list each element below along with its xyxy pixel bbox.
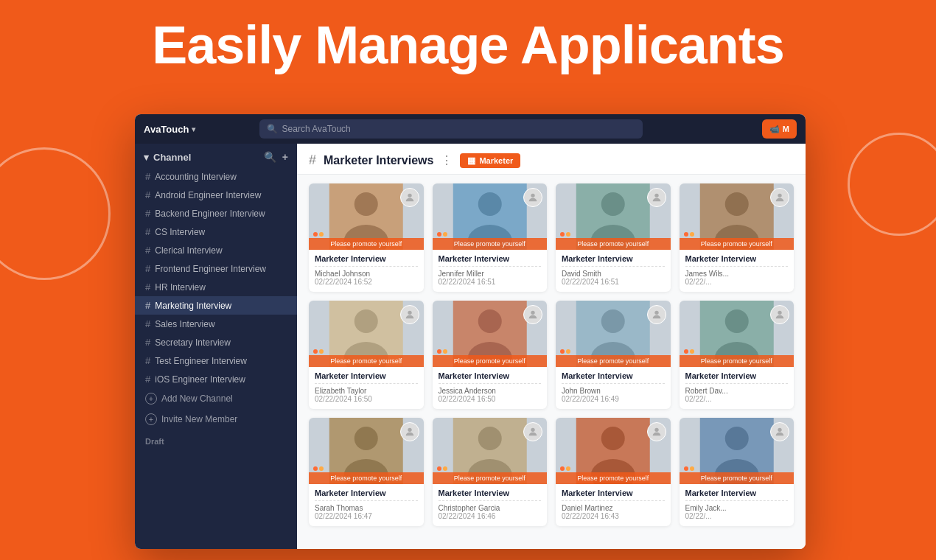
svg-point-11	[654, 194, 658, 197]
hash-icon: #	[145, 300, 150, 311]
video-name: Jessica Anderson	[439, 387, 542, 395]
video-name: Daniel Martinez	[562, 504, 665, 512]
svg-point-7	[531, 194, 534, 197]
dot-1	[313, 349, 318, 354]
video-card[interactable]: Please promote yourself Marketer Intervi…	[309, 183, 424, 292]
svg-point-45	[724, 427, 748, 450]
dots-indicator	[684, 349, 694, 354]
promote-banner: Please promote yourself	[309, 472, 424, 484]
video-date: 02/22/2024 16:43	[562, 512, 665, 520]
video-card[interactable]: Please promote yourself Marketer Intervi…	[680, 418, 794, 526]
sidebar-item-accounting[interactable]: # Accounting Interview	[135, 167, 297, 186]
video-date: 02/22/2024 16:49	[562, 395, 665, 403]
add-channel-action[interactable]: + Add New Channel	[135, 388, 297, 409]
video-name: Christopher Garcia	[439, 504, 542, 512]
add-channel-icon[interactable]: +	[282, 151, 288, 163]
dots-indicator	[313, 232, 324, 237]
promote-banner: Please promote yourself	[556, 238, 671, 250]
sidebar-item-label: Frontend Engineer Interview	[155, 264, 266, 274]
video-title: Marketer Interview	[315, 254, 418, 263]
video-card[interactable]: Please promote yourself Marketer Intervi…	[433, 418, 548, 526]
svg-point-43	[654, 428, 658, 432]
dot-1	[684, 232, 688, 237]
svg-point-31	[778, 311, 781, 315]
video-title: Marketer Interview	[562, 489, 665, 497]
sidebar-item-android[interactable]: # Android Engineer Interview	[135, 186, 297, 204]
video-info: Marketer Interview Robert Dav... 02/22/.…	[680, 367, 794, 409]
avatar-overlay	[400, 422, 419, 441]
dots-indicator	[437, 466, 447, 471]
add-channel-label: Add New Channel	[161, 393, 233, 404]
svg-point-23	[531, 311, 534, 315]
svg-point-33	[355, 427, 378, 450]
video-date: 02/22/...	[685, 395, 789, 403]
sidebar-item-cs[interactable]: # CS Interview	[135, 223, 297, 241]
sidebar-item-clerical[interactable]: # Clerical Interview	[135, 241, 297, 259]
search-icon: 🔍	[267, 124, 278, 134]
sidebar-item-ios[interactable]: # iOS Engineer Interview	[135, 370, 297, 388]
video-divider	[685, 266, 789, 267]
hash-icon: #	[145, 281, 150, 293]
video-card[interactable]: Please promote yourself Marketer Intervi…	[433, 183, 548, 292]
sidebar-item-secretary[interactable]: # Secretary Interview	[135, 333, 297, 351]
promote-banner: Please promote yourself	[433, 238, 548, 250]
hash-icon: #	[145, 171, 150, 182]
logo-chevron: ▾	[192, 125, 195, 133]
video-grid: Please promote yourself Marketer Intervi…	[297, 175, 806, 535]
video-card[interactable]: Please promote yourself Marketer Intervi…	[556, 183, 671, 292]
video-divider	[685, 500, 789, 501]
video-card[interactable]: Please promote yourself Marketer Intervi…	[433, 301, 548, 409]
hash-icon: #	[145, 318, 150, 329]
video-card[interactable]: Please promote yourself Marketer Intervi…	[680, 183, 794, 292]
app-logo[interactable]: AvaTouch ▾	[144, 124, 195, 135]
channel-hash: #	[309, 153, 316, 168]
sidebar-item-marketing[interactable]: # Marketing Interview	[135, 296, 297, 315]
search-bar[interactable]: 🔍 Search AvaTouch	[259, 119, 643, 139]
dot-2	[443, 349, 447, 354]
sidebar-item-frontend[interactable]: # Frontend Engineer Interview	[135, 259, 297, 278]
promote-banner: Please promote yourself	[433, 355, 548, 367]
meet-button[interactable]: 📹 M	[762, 119, 797, 139]
video-thumbnail: Please promote yourself	[309, 301, 424, 367]
decorative-circle-right	[848, 133, 936, 236]
video-date: 02/22/2024 16:47	[315, 512, 418, 520]
dots-indicator	[560, 232, 570, 237]
svg-point-13	[724, 192, 748, 216]
channel-chevron: ▾	[144, 152, 149, 163]
sidebar-item-hr[interactable]: # HR Interview	[135, 278, 297, 296]
video-card[interactable]: Please promote yourself Marketer Intervi…	[556, 418, 671, 526]
avatar-overlay	[523, 422, 542, 441]
video-card[interactable]: Please promote yourself Marketer Intervi…	[309, 418, 424, 526]
svg-point-5	[478, 192, 501, 216]
sidebar-item-testengineer[interactable]: # Test Engineer Interview	[135, 351, 297, 370]
video-thumbnail: Please promote yourself	[433, 301, 548, 367]
dot-1	[560, 232, 565, 237]
channel-more-button[interactable]: ⋮	[441, 153, 453, 167]
promote-banner: Please promote yourself	[680, 355, 794, 367]
video-card[interactable]: Please promote yourself Marketer Intervi…	[680, 301, 794, 409]
search-channels-icon[interactable]: 🔍	[264, 151, 276, 163]
avatar-overlay	[647, 188, 666, 207]
sidebar: ▾ Channel 🔍 + # Accounting Interview# An…	[135, 144, 297, 549]
video-name: Emily Jack...	[685, 504, 789, 512]
video-thumbnail: Please promote yourself	[433, 183, 548, 250]
avatar-overlay	[770, 422, 789, 441]
video-card[interactable]: Please promote yourself Marketer Intervi…	[556, 301, 671, 409]
sidebar-item-sales[interactable]: # Sales Interview	[135, 315, 297, 333]
video-card[interactable]: Please promote yourself Marketer Intervi…	[309, 301, 424, 409]
video-name: John Brown	[562, 387, 665, 395]
tag-icon: ▦	[467, 155, 475, 166]
avatar-overlay	[523, 188, 542, 207]
invite-member-label: Invite New Member	[161, 414, 237, 424]
promote-banner: Please promote yourself	[433, 472, 548, 484]
video-title: Marketer Interview	[439, 371, 542, 380]
video-info: Marketer Interview Jennifer Miller 02/22…	[433, 250, 548, 292]
svg-point-39	[531, 428, 534, 432]
decorative-circle-left	[0, 147, 111, 280]
app-window: AvaTouch ▾ 🔍 Search AvaTouch 📹 M ▾ Chann…	[135, 114, 806, 549]
sidebar-item-label: Secretary Interview	[155, 337, 231, 348]
sidebar-item-backend[interactable]: # Backend Engineer Interview	[135, 204, 297, 223]
dot-1	[437, 349, 441, 354]
invite-member-action[interactable]: + Invite New Member	[135, 409, 297, 430]
marketer-tag[interactable]: ▦ Marketer	[460, 153, 520, 168]
